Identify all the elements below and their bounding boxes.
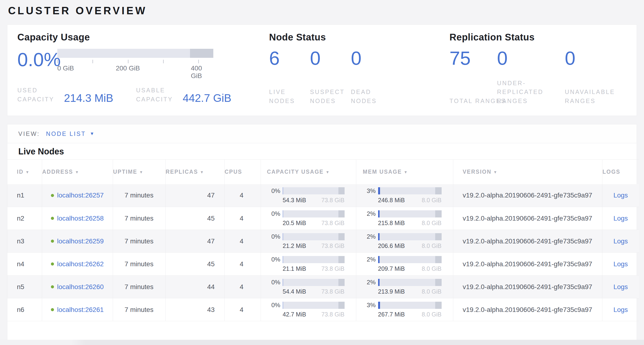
node-uptime: 7 minutes	[124, 306, 154, 313]
capacity-usage-bar	[283, 210, 344, 217]
node-version-cell: v19.2.0-alpha.20190606-2491-gfe735c9a97	[453, 298, 602, 321]
capacity-percent: 0%	[266, 256, 280, 263]
capacity-used: 21.1 MiB	[283, 265, 306, 272]
node-address-link[interactable]: localhost:26262	[57, 260, 104, 268]
node-logs-cell: Logs	[602, 253, 639, 275]
live-nodes-table-body: n1 localhost:26257 7 minutes 47 4 0% 54.	[7, 184, 639, 321]
node-replicas-cell: 44	[165, 275, 224, 298]
logs-link[interactable]: Logs	[613, 192, 628, 199]
node-logs-cell: Logs	[602, 184, 639, 207]
node-capacity-cell: 0% 21.1 MiB 73.8 GiB	[261, 253, 356, 275]
mem-bar-fill	[378, 279, 380, 286]
mem-usage-bar	[378, 187, 442, 194]
column-header-mem-usage[interactable]: MEM USAGE▼	[356, 160, 453, 184]
node-version: v19.2.0-alpha.20190606-2491-gfe735c9a97	[463, 306, 592, 313]
node-uptime-cell: 7 minutes	[113, 207, 165, 230]
node-id-cell: n6	[7, 298, 42, 321]
node-cpus-cell: 4	[224, 253, 261, 275]
logs-link[interactable]: Logs	[613, 215, 628, 222]
node-address-link[interactable]: localhost:26257	[57, 192, 104, 199]
node-address-link[interactable]: localhost:26260	[57, 283, 104, 291]
dead-nodes-label: DEAD NODES	[351, 88, 394, 105]
node-address-link[interactable]: localhost:26258	[57, 215, 104, 222]
logs-link[interactable]: Logs	[613, 283, 628, 290]
node-address-link[interactable]: localhost:26259	[57, 237, 104, 245]
column-header-cpus[interactable]: CPUS	[224, 160, 261, 184]
mem-used: 209.7 MiB	[378, 265, 405, 272]
column-header-address[interactable]: ADDRESS▼	[42, 160, 113, 184]
capacity-total: 73.8 GiB	[321, 220, 344, 226]
mem-usage-bar	[378, 210, 442, 217]
mem-bar-other	[435, 233, 442, 240]
capacity-bar-other	[338, 187, 344, 194]
node-status-panel: Node Status 6 LIVE NODES 0 SUSPECT NODES…	[269, 32, 450, 110]
node-list-dropdown[interactable]: NODE LIST	[46, 130, 86, 137]
sort-arrow-icon: ▼	[404, 170, 408, 174]
node-version: v19.2.0-alpha.20190606-2491-gfe735c9a97	[463, 215, 592, 222]
node-version: v19.2.0-alpha.20190606-2491-gfe735c9a97	[463, 260, 592, 268]
table-footer	[7, 321, 637, 342]
node-logs-cell: Logs	[602, 230, 639, 253]
node-replicas: 44	[207, 283, 214, 290]
column-header-version[interactable]: VERSION▼	[453, 160, 602, 184]
mem-bar-other	[435, 279, 442, 286]
mem-used: 206.6 MiB	[378, 242, 405, 249]
live-nodes-table: ID▼ ADDRESS▼ UPTIME▼ REPLICAS▼ CPUS CAPA…	[7, 159, 639, 321]
node-mem-cell: 3% 246.8 MiB 8.0 GiB	[356, 184, 453, 207]
capacity-percent: 0%	[266, 301, 280, 309]
capacity-usage-bar	[283, 187, 344, 194]
mem-bar-other	[435, 256, 442, 263]
node-address-link[interactable]: localhost:26261	[57, 306, 104, 313]
caret-down-icon[interactable]: ▼	[90, 131, 94, 136]
usable-capacity-value: 442.7 GiB	[183, 92, 232, 104]
node-address-cell: localhost:26259	[42, 230, 113, 253]
node-address-cell: localhost:26261	[42, 298, 113, 321]
capacity-percent: 0%	[266, 279, 280, 286]
mem-bar-fill	[378, 302, 380, 309]
node-capacity-cell: 0% 20.5 MiB 73.8 GiB	[261, 207, 356, 230]
node-capacity-cell: 0% 54.4 MiB 73.8 GiB	[261, 275, 356, 298]
column-header-replicas[interactable]: REPLICAS▼	[165, 160, 224, 184]
node-health-icon	[51, 262, 54, 265]
node-capacity-cell: 0% 42.7 MiB 73.8 GiB	[261, 298, 356, 321]
node-row: n1 localhost:26257 7 minutes 47 4 0% 54.	[7, 184, 639, 207]
capacity-axis-ticks	[57, 60, 213, 64]
sort-arrow-icon: ▼	[200, 170, 204, 174]
node-mem-cell: 2% 209.7 MiB 8.0 GiB	[356, 253, 453, 275]
node-uptime: 7 minutes	[124, 215, 154, 222]
mem-percent: 3%	[362, 301, 376, 309]
live-nodes-label: LIVE NODES	[269, 88, 312, 105]
column-header-id[interactable]: ID▼	[7, 160, 42, 184]
page-title: CLUSTER OVERVIEW	[8, 5, 644, 17]
sort-arrow-icon: ▼	[26, 170, 30, 174]
node-row: n5 localhost:26260 7 minutes 44 4 0% 54.	[7, 275, 639, 298]
node-version-cell: v19.2.0-alpha.20190606-2491-gfe735c9a97	[453, 275, 602, 298]
capacity-usage-bar	[283, 256, 344, 263]
view-bar: VIEW: NODE LIST ▼	[7, 124, 637, 143]
logs-link[interactable]: Logs	[613, 306, 628, 313]
mem-used: 246.8 MiB	[378, 197, 405, 204]
capacity-usage-panel: Capacity Usage 0.0% 0 GiB 200 GiB	[17, 32, 269, 110]
node-cpus: 4	[240, 260, 244, 268]
logs-link[interactable]: Logs	[613, 237, 628, 245]
node-address-cell: localhost:26257	[42, 184, 113, 207]
capacity-used: 54.3 MiB	[283, 197, 306, 204]
node-health-icon	[51, 308, 54, 311]
node-logs-cell: Logs	[602, 298, 639, 321]
node-id: n5	[17, 283, 24, 290]
unavailable-ranges-label: UNAVAILABLE RANGES	[565, 88, 624, 105]
capacity-bar-other-segment	[190, 49, 213, 58]
mem-used: 213.9 MiB	[378, 288, 405, 295]
capacity-usage-bar	[283, 279, 344, 286]
mem-used: 215.8 MiB	[378, 220, 405, 226]
logs-link[interactable]: Logs	[613, 260, 628, 268]
column-header-uptime[interactable]: UPTIME▼	[113, 160, 165, 184]
node-id: n6	[17, 306, 24, 313]
column-header-capacity-usage[interactable]: CAPACITY USAGE▼	[261, 160, 356, 184]
node-version-cell: v19.2.0-alpha.20190606-2491-gfe735c9a97	[453, 230, 602, 253]
node-id-cell: n2	[7, 207, 42, 230]
dead-nodes-count: 0	[351, 49, 392, 68]
node-uptime: 7 minutes	[124, 192, 154, 199]
total-ranges-count: 75	[450, 49, 497, 68]
node-uptime: 7 minutes	[124, 237, 154, 245]
